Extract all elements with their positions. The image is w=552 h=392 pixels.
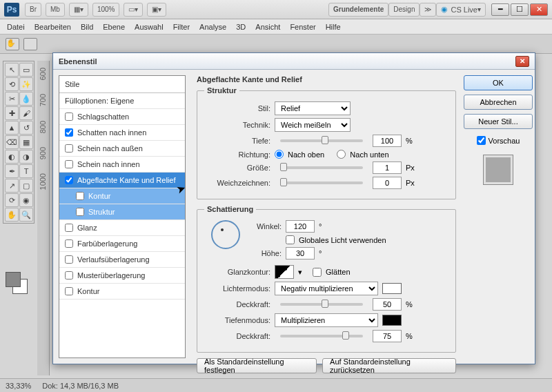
option-swatch[interactable] — [23, 38, 37, 50]
gradient-tool[interactable]: ▦ — [19, 135, 33, 149]
3d-tool[interactable]: ⟳ — [5, 193, 19, 207]
dialog-close[interactable]: ✕ — [515, 56, 529, 67]
global-light[interactable] — [286, 235, 295, 244]
tb-zoom[interactable]: 100% — [92, 3, 120, 17]
set-default-button[interactable]: Als Standardeinstellung festlegen — [197, 358, 317, 373]
crop-tool[interactable]: ✂ — [5, 92, 19, 106]
window-maximize[interactable]: ☐ — [511, 3, 529, 16]
menu-ebene[interactable]: Ebene — [103, 23, 125, 31]
menu-ansicht[interactable]: Ansicht — [255, 23, 280, 31]
style-farbueberlagerung[interactable]: Farbüberlagerung — [59, 236, 185, 252]
menu-3d[interactable]: 3D — [236, 23, 246, 31]
richtung-down[interactable] — [337, 150, 346, 159]
richtung-up[interactable] — [275, 150, 284, 159]
licht-color[interactable] — [382, 283, 402, 294]
cs-live[interactable]: ◉CS Live ▾ — [436, 3, 486, 17]
style-verlaufsueberlagerung[interactable]: Verlaufsüberlagerung — [59, 252, 185, 268]
eyedrop-tool[interactable]: 💧 — [19, 92, 33, 106]
new-style-button[interactable]: Neuer Stil... — [464, 114, 533, 129]
type-tool[interactable]: T — [19, 164, 33, 178]
stil-select[interactable]: Relief — [275, 101, 351, 115]
styles-header[interactable]: Stile — [59, 76, 185, 93]
window-minimize[interactable]: ━ — [491, 3, 509, 16]
ok-button[interactable]: OK — [464, 75, 533, 90]
technik-select[interactable]: Weich meißeln — [275, 118, 351, 132]
menu-bild[interactable]: Bild — [81, 23, 93, 31]
panel-title: Abgeflachte Kante und Relief — [197, 75, 456, 86]
menu-fenster[interactable]: Fenster — [290, 23, 315, 31]
style-bevel-relief[interactable]: Abgeflachte Kante und Relief — [59, 173, 185, 188]
deck1-slider[interactable] — [280, 303, 363, 306]
tb-screen-icon[interactable]: ▣▾ — [147, 3, 166, 17]
eraser-tool[interactable]: ⌫ — [5, 135, 19, 149]
tiefenmodus-select[interactable]: Multiplizieren — [275, 313, 378, 327]
tb-film-icon[interactable]: ▦▾ — [69, 3, 88, 17]
history-tool[interactable]: ↺ — [19, 121, 33, 135]
style-musterueberlagerung[interactable]: Musterüberlagerung — [59, 268, 185, 284]
groesse-slider[interactable] — [280, 166, 363, 169]
stamp-tool[interactable]: ▲ — [5, 121, 19, 135]
menu-filter[interactable]: Filter — [173, 23, 190, 31]
glaetten-chk[interactable] — [313, 268, 322, 277]
glanzkontur-swatch[interactable] — [275, 265, 294, 279]
preview-chk[interactable] — [477, 136, 486, 145]
style-struktur-sub[interactable]: Struktur — [59, 204, 185, 220]
tief-color[interactable] — [382, 315, 402, 326]
menu-analyse[interactable]: Analyse — [199, 23, 226, 31]
hoehe-input[interactable] — [286, 247, 315, 259]
tiefe-input[interactable] — [373, 135, 402, 147]
zoom-tool[interactable]: 🔍 — [19, 208, 33, 222]
menu-auswahl[interactable]: Auswahl — [135, 23, 164, 31]
style-schein-aussen[interactable]: Schein nach außen — [59, 141, 185, 157]
wand-tool[interactable]: ✨ — [19, 77, 33, 91]
style-schlagschatten[interactable]: Schlagschatten — [59, 109, 185, 125]
brush-tool[interactable]: 🖌 — [19, 106, 33, 120]
menu-bearbeiten[interactable]: Bearbeiten — [34, 23, 71, 31]
dodge-tool[interactable]: ◑ — [19, 150, 33, 164]
lasso-tool[interactable]: ⟲ — [5, 77, 19, 91]
angle-dial[interactable] — [211, 220, 240, 249]
winkel-input[interactable] — [286, 220, 315, 233]
tb-br[interactable]: Br — [25, 3, 41, 17]
dialog-titlebar: Ebenenstil ✕ — [53, 53, 535, 70]
style-schein-innen[interactable]: Schein nach innen — [59, 157, 185, 173]
menu-datei[interactable]: Datei — [7, 23, 25, 31]
deck2-slider[interactable] — [280, 335, 363, 337]
weich-input[interactable] — [373, 177, 402, 189]
move-tool[interactable]: ↖ — [5, 63, 19, 77]
style-schatten-innen[interactable]: Schatten nach innen — [59, 125, 185, 141]
marquee-tool[interactable]: ▭ — [19, 63, 33, 77]
path-tool[interactable]: ↗ — [5, 179, 19, 193]
tb-view-icon[interactable]: ▭▾ — [124, 3, 143, 17]
heal-tool[interactable]: ✚ — [5, 106, 19, 120]
style-kontur-sub[interactable]: Kontur — [59, 188, 185, 204]
blur-tool[interactable]: ◐ — [5, 150, 19, 164]
hand-tool[interactable]: ✋ — [5, 208, 19, 222]
deck2-input[interactable] — [373, 330, 402, 342]
lichtermodus-select[interactable]: Negativ multiplizieren — [275, 282, 378, 295]
struktur-group: Struktur Stil:Relief Technik:Weich meiße… — [197, 86, 456, 199]
cancel-button[interactable]: Abbrechen — [464, 95, 533, 110]
fg-color[interactable] — [6, 272, 21, 287]
window-close[interactable]: ✕ — [530, 3, 548, 16]
menu-hilfe[interactable]: Hilfe — [326, 23, 341, 31]
tiefe-slider[interactable] — [280, 139, 363, 142]
tab-design[interactable]: Design — [388, 3, 420, 17]
fill-options[interactable]: Fülloptionen: Eigene — [59, 93, 185, 109]
shape-tool[interactable]: ▢ — [19, 179, 33, 193]
pen-tool[interactable]: ✒ — [5, 164, 19, 178]
chevron-down-icon[interactable]: ▾ — [298, 268, 302, 277]
groesse-input[interactable] — [373, 161, 402, 174]
style-glanz[interactable]: Glanz — [59, 220, 185, 236]
deck1-input[interactable] — [373, 298, 402, 311]
tab-grundelemente[interactable]: Grundelemente — [328, 3, 388, 17]
tb-mb[interactable]: Mb — [46, 3, 65, 17]
weich-slider[interactable] — [280, 182, 363, 184]
reset-default-button[interactable]: Auf Standardeinstellung zurücksetzen — [322, 358, 456, 373]
camera-tool[interactable]: ◉ — [19, 193, 33, 207]
toolbox: ↖▭ ⟲✨ ✂💧 ✚🖌 ▲↺ ⌫▦ ◐◑ ✒T ↗▢ ⟳◉ ✋🔍 — [3, 61, 34, 224]
hand-tool-icon[interactable]: ✋ — [6, 38, 19, 50]
status-bar: 33,33% Dok: 14,3 MB/16,3 MB — [0, 378, 552, 392]
style-kontur[interactable]: Kontur — [59, 284, 185, 300]
tab-more-icon[interactable]: ≫ — [420, 3, 436, 17]
